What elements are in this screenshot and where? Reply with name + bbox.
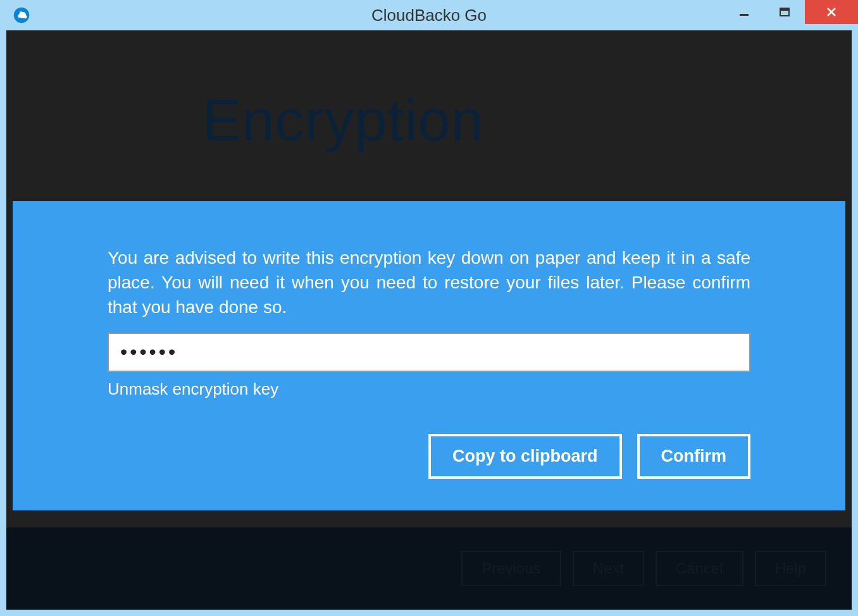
maximize-icon bbox=[779, 6, 790, 18]
minimize-button[interactable] bbox=[724, 0, 764, 24]
close-button[interactable] bbox=[805, 0, 858, 24]
confirm-button[interactable]: Confirm bbox=[637, 434, 751, 479]
svg-rect-1 bbox=[740, 14, 749, 16]
titlebar: CloudBacko Go bbox=[0, 0, 858, 30]
modal-message: You are advised to write this encryption… bbox=[108, 245, 750, 320]
app-logo-icon bbox=[13, 6, 30, 24]
modal-button-row: Copy to clipboard Confirm bbox=[108, 434, 750, 479]
app-body: Encryption Previous Next Cancel Help You… bbox=[6, 30, 852, 610]
copy-clipboard-button[interactable]: Copy to clipboard bbox=[428, 434, 622, 479]
window-title: CloudBacko Go bbox=[371, 6, 487, 25]
svg-rect-3 bbox=[780, 8, 789, 11]
minimize-icon bbox=[738, 6, 750, 18]
window-controls bbox=[724, 0, 858, 24]
unmask-key-link[interactable]: Unmask encryption key bbox=[108, 379, 278, 399]
encryption-key-input[interactable] bbox=[108, 333, 750, 372]
maximize-button[interactable] bbox=[764, 0, 805, 24]
close-icon bbox=[826, 6, 837, 18]
encryption-key-modal: You are advised to write this encryption… bbox=[13, 201, 845, 510]
